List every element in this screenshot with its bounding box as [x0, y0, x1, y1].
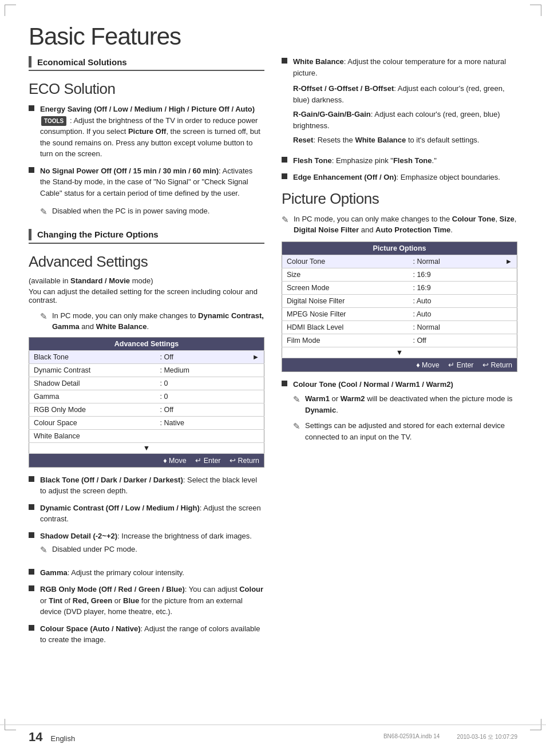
note-icon-3: ✎ — [40, 544, 48, 557]
picture-row-digital-noise: Digital Noise Filter : Auto — [282, 294, 517, 307]
bullet-sq-wb — [282, 58, 287, 64]
advanced-label-colour-space: Colour Space — [29, 416, 156, 429]
advanced-row-gamma: Gamma : 0 — [29, 390, 264, 403]
picture-menu-footer-row: ♦ Move ↵ Enter ↩ Return — [282, 358, 517, 371]
right-bullets-top: White Balance: Adjust the colour tempera… — [282, 56, 517, 183]
picture-value-size: : 16:9 — [408, 268, 500, 281]
advanced-footer-return: ↩ Return — [230, 457, 259, 465]
picture-row-colour-tone: Colour Tone : Normal ► — [282, 255, 517, 268]
header-bar — [29, 56, 31, 68]
picture-row-arrow: ▼ — [282, 347, 517, 358]
advanced-settings-title: Advanced Settings — [29, 253, 264, 271]
advanced-bullet-black-tone: Black Tone (Off / Dark / Darker / Darkes… — [29, 474, 264, 497]
economical-solutions-title: Economical Solutions — [37, 57, 127, 67]
advanced-value-shadow-detail: : 0 — [155, 377, 247, 390]
advanced-label-black-tone: Black Tone — [29, 350, 156, 363]
ct-note-1-text: Warm1 or Warm2 will be deactivated when … — [305, 393, 517, 415]
advanced-row-shadow-detail: Shadow Detail : 0 — [29, 377, 264, 390]
page-title: Basic Features — [29, 23, 517, 50]
picture-options-title: Picture Options — [282, 190, 517, 208]
changing-picture-header: Changing the Picture Options — [29, 229, 264, 244]
advanced-value-gamma: : 0 — [155, 390, 247, 403]
eco-bullet-2: No Signal Power Off (Off / 15 min / 30 m… — [29, 165, 264, 199]
picture-label-mpeg-noise: MPEG Nosie Filter — [282, 307, 409, 320]
advanced-pc-note-text: In PC mode, you can only make changes to… — [52, 310, 264, 333]
edge-text: Edge Enhancement (Off / On): Emphasize o… — [293, 172, 500, 183]
picture-row-hdmi: HDMI Black Level : Normal — [282, 320, 517, 334]
advanced-row-colour-space: Colour Space : Native — [29, 416, 264, 429]
picture-row-mpeg-noise: MPEG Nosie Filter : Auto — [282, 307, 517, 320]
picture-arrow-colour-tone: ► — [501, 255, 517, 268]
advanced-bullet-shadow: Shadow Detail (-2~+2): Increase the brig… — [29, 531, 264, 561]
advanced-subtitle: (available in Standard / Movie mode) — [29, 276, 264, 285]
picture-label-screen-mode: Screen Mode — [282, 281, 409, 294]
corner-tl — [5, 5, 16, 16]
bullet-square-2 — [29, 167, 34, 173]
page-lang: English — [50, 734, 75, 743]
advanced-cs-text: Colour Space (Auto / Native): Adjust the… — [40, 623, 264, 646]
bullet-sq-edge — [282, 173, 287, 179]
eco-bullets: Energy Saving (Off / Low / Medium / High… — [29, 104, 264, 199]
ft-text: Flesh Tone: Emphasize pink "Flesh Tone." — [293, 155, 437, 167]
note-icon-2: ✎ — [40, 310, 48, 323]
eco-bullet-1-label: Energy Saving (Off / Low / Medium / High… — [40, 105, 255, 113]
advanced-rgb-text: RGB Only Mode (Off / Red / Green / Blue)… — [40, 584, 264, 618]
file-info-area: BN68-02591A.indb 14 2010-03-16 오 10:07:2… — [383, 733, 517, 741]
advanced-menu-header: Advanced Settings — [29, 337, 264, 350]
colour-tone-bullets: Colour Tone (Cool / Normal / Warm1 / War… — [282, 379, 517, 448]
bullet-sq-ft — [282, 157, 287, 163]
picture-label-size: Size — [282, 268, 409, 281]
advanced-arrow-black-tone: ► — [248, 350, 264, 363]
advanced-row-white-balance: White Balance — [29, 429, 264, 442]
main-content: Economical Solutions ECO Solution Energy… — [29, 56, 517, 652]
eco-bullet-1-desc: : Adjust the brightness of the TV in ord… — [40, 116, 260, 159]
advanced-down-arrow: ▼ — [29, 442, 264, 453]
picture-menu-footer: ♦ Move ↵ Enter ↩ Return — [282, 358, 517, 371]
right-bullet-flesh-tone: Flesh Tone: Emphasize pink "Flesh Tone." — [282, 155, 517, 167]
page-number: 14 — [29, 730, 42, 745]
shadow-note-text: Disabled under PC mode. — [52, 544, 137, 555]
note-icon-1: ✎ — [40, 205, 48, 219]
bullet-sq-cs — [29, 625, 34, 631]
note-icon-6: ✎ — [293, 420, 300, 433]
advanced-menu-footer: ♦ Move ↵ Enter ↩ Return — [29, 453, 264, 467]
picture-footer-return: ↩ Return — [482, 361, 512, 369]
advanced-footer-enter: ↵ Enter — [195, 457, 220, 465]
advanced-sd-text: Shadow Detail (-2~+2): Increase the brig… — [40, 531, 252, 561]
advanced-value-colour-space: : Native — [155, 416, 247, 429]
right-column: White Balance: Adjust the colour tempera… — [282, 56, 517, 652]
picture-value-colour-tone: : Normal — [408, 255, 500, 268]
bullet-sq-bt — [29, 476, 34, 482]
wb-item-2: R-Gain/G-Gain/B-Gain: Adjust each colour… — [293, 109, 517, 131]
eco-bullet-2-label: No Signal Power Off (Off / 15 min / 30 m… — [40, 167, 219, 175]
advanced-settings-menu: Advanced Settings Black Tone : Off ► Dyn… — [29, 337, 264, 468]
ct-note-2-text: Settings can be adjusted and stored for … — [305, 420, 517, 442]
advanced-value-dynamic-contrast: : Medium — [155, 363, 247, 377]
wb-item-1: R-Offset / G-Offset / B-Offset: Adjust e… — [293, 83, 517, 105]
picture-value-hdmi: : Normal — [408, 320, 500, 334]
file-info-left: BN68-02591A.indb 14 — [383, 733, 440, 741]
eco-note-text: Disabled when the PC is in power saving … — [52, 205, 209, 217]
header-bar-2 — [29, 229, 31, 240]
advanced-gamma-text: Gamma: Adjust the primary colour intensi… — [40, 567, 184, 579]
advanced-bt-text: Black Tone (Off / Dark / Darker / Darkes… — [40, 474, 264, 497]
advanced-bullet-colour-space: Colour Space (Auto / Native): Adjust the… — [29, 623, 264, 646]
picture-menu-header: Picture Options — [282, 242, 517, 255]
picture-down-arrow: ▼ — [282, 347, 517, 358]
picture-value-digital-noise: : Auto — [408, 294, 500, 307]
eco-bullet-1-text: Energy Saving (Off / Low / Medium / High… — [40, 104, 264, 160]
eco-note: ✎ Disabled when the PC is in power savin… — [40, 205, 264, 219]
shadow-note: ✎ Disabled under PC mode. — [40, 544, 252, 557]
eco-solution-title: ECO Solution — [29, 80, 264, 98]
changing-picture-title: Changing the Picture Options — [37, 229, 159, 239]
advanced-row-black-tone: Black Tone : Off ► — [29, 350, 264, 363]
note-icon-5: ✎ — [293, 393, 300, 406]
eco-bullet-1: Energy Saving (Off / Low / Medium / High… — [29, 104, 264, 160]
economical-solutions-header: Economical Solutions — [29, 56, 264, 71]
right-bullet-edge: Edge Enhancement (Off / On): Emphasize o… — [282, 172, 517, 183]
advanced-bullet-dynamic: Dynamic Contrast (Off / Low / Medium / H… — [29, 502, 264, 525]
picture-label-hdmi: HDMI Black Level — [282, 320, 409, 334]
advanced-footer-move: ♦ Move — [163, 457, 186, 465]
ct-note-1: ✎ Warm1 or Warm2 will be deactivated whe… — [293, 393, 517, 415]
picture-label-digital-noise: Digital Noise Filter — [282, 294, 409, 307]
